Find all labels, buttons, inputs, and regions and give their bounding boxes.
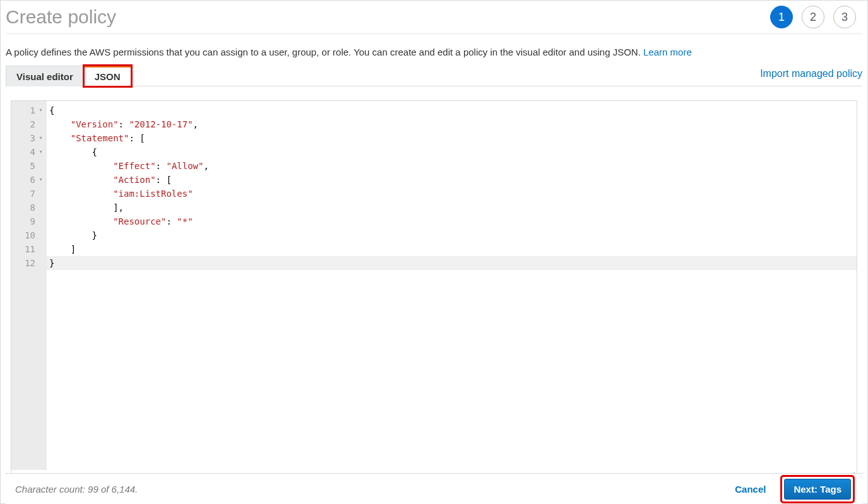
code-line[interactable]: ] xyxy=(49,242,853,256)
code-line[interactable]: } xyxy=(49,256,853,270)
header-row: Create policy 123 xyxy=(6,6,862,34)
code-line[interactable]: "Statement": [ xyxy=(49,131,853,145)
editor-gutter: 123456789101112 xyxy=(11,101,47,470)
line-number: 10 xyxy=(11,228,44,242)
tab-visual-editor[interactable]: Visual editor xyxy=(6,66,84,86)
line-number: 7 xyxy=(11,187,44,201)
learn-more-link[interactable]: Learn more xyxy=(643,47,692,57)
code-line[interactable]: "Version": "2012-10-17", xyxy=(49,117,853,131)
line-number: 11 xyxy=(11,242,44,256)
next-tags-button[interactable]: Next: Tags xyxy=(784,479,851,500)
tab-json[interactable]: JSON xyxy=(84,66,131,86)
import-managed-policy-link[interactable]: Import managed policy xyxy=(760,68,862,86)
editor-code-area[interactable]: { "Version": "2012-10-17", "Statement": … xyxy=(47,101,857,470)
code-line[interactable]: { xyxy=(49,103,853,117)
step-3[interactable]: 3 xyxy=(833,6,856,28)
code-line[interactable]: "Resource": "*" xyxy=(49,214,853,228)
code-line[interactable]: "Action": [ xyxy=(49,173,853,187)
description-text: A policy defines the AWS permissions tha… xyxy=(6,47,643,57)
cancel-button[interactable]: Cancel xyxy=(731,483,770,495)
code-line[interactable]: } xyxy=(49,228,853,242)
code-line[interactable]: { xyxy=(49,145,853,159)
code-line[interactable]: "Effect": "Allow", xyxy=(49,159,853,173)
line-number: 3 xyxy=(11,131,44,145)
line-number: 9 xyxy=(11,214,44,228)
line-number: 2 xyxy=(11,117,44,131)
next-button-highlight: Next: Tags xyxy=(782,477,853,501)
line-number: 6 xyxy=(11,173,44,187)
line-number: 1 xyxy=(11,103,44,117)
line-number: 8 xyxy=(11,201,44,214)
json-editor[interactable]: 123456789101112 { "Version": "2012-10-17… xyxy=(11,100,857,503)
step-1[interactable]: 1 xyxy=(770,6,793,28)
line-number: 4 xyxy=(11,145,44,159)
tabs-row: Visual editorJSON Import managed policy xyxy=(6,65,862,86)
line-number: 5 xyxy=(11,159,44,173)
page-title: Create policy xyxy=(6,6,116,28)
policy-description: A policy defines the AWS permissions tha… xyxy=(6,34,862,65)
step-2[interactable]: 2 xyxy=(802,6,824,28)
tabs: Visual editorJSON xyxy=(6,65,131,86)
character-count: Character count: 99 of 6,144. xyxy=(15,484,138,495)
footer-bar: Character count: 99 of 6,144. Cancel Nex… xyxy=(5,473,863,504)
line-number: 12 xyxy=(11,256,44,270)
code-line[interactable]: "iam:ListRoles" xyxy=(49,187,853,201)
wizard-steps: 123 xyxy=(770,6,862,28)
code-line[interactable]: ], xyxy=(49,201,853,214)
